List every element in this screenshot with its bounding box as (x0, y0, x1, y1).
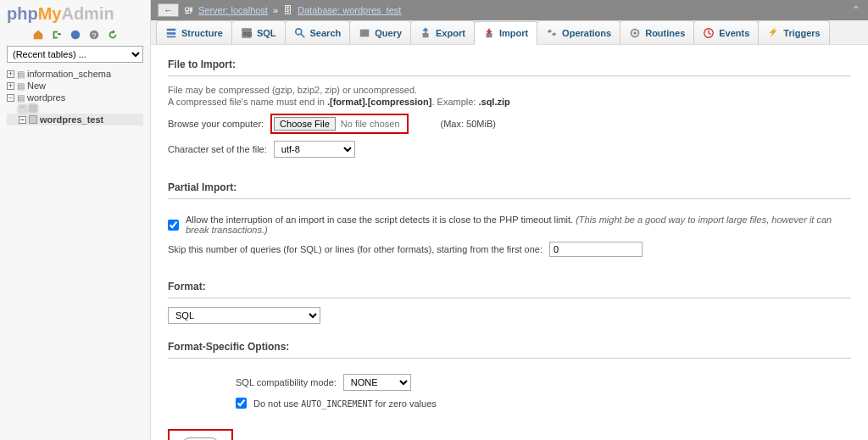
tab-label: Events (719, 28, 749, 38)
sidebar: phpMyAdmin ? (Recent tables) ... +▤infor… (0, 0, 151, 440)
collapse-icon[interactable]: − (19, 116, 26, 124)
logo-part-2: My (38, 4, 62, 23)
globe-icon[interactable] (70, 29, 81, 41)
tree-label: wordpres_test (40, 114, 103, 125)
partial-import-section: Allow the interruption of an import in c… (168, 198, 851, 264)
tree-label: New (27, 81, 46, 91)
tab-operations[interactable]: Operations (537, 20, 620, 44)
svg-point-0 (70, 31, 80, 40)
expand-icon[interactable]: + (7, 82, 14, 90)
svg-text:?: ? (92, 31, 96, 40)
format-specific-section: SQL compatibility mode: NONE Do not use … (168, 358, 851, 415)
tab-import[interactable]: Import (474, 21, 537, 45)
choose-file-button[interactable]: Choose File (274, 117, 336, 131)
table-icon (29, 104, 37, 113)
logo: phpMyAdmin (7, 4, 143, 24)
database-icon: 🗄 (283, 5, 292, 15)
format-select[interactable]: SQL (168, 307, 320, 324)
db-icon: ▤ (17, 93, 25, 103)
charset-select[interactable]: utf-8 (274, 141, 355, 158)
tree-label: wordpres (27, 92, 65, 103)
compat-select[interactable]: NONE (343, 374, 411, 391)
server-icon: 🖳 (184, 5, 193, 15)
tree-item-blurred[interactable]: + (7, 103, 143, 114)
recent-tables-select[interactable]: (Recent tables) ... (7, 46, 143, 63)
svg-point-8 (295, 28, 301, 34)
content: File to Import: File may be compressed (… (151, 45, 868, 440)
breadcrumb-bar: ← 🖳 Server: localhost » 🗄 Database: word… (151, 0, 868, 20)
compress-hint-1: File may be compressed (gzip, bzip2, zip… (168, 85, 851, 95)
format-specific-legend: Format-Specific Options: (168, 337, 851, 353)
file-input-highlight: Choose File No file chosen (270, 114, 408, 134)
logout-icon[interactable] (51, 29, 63, 41)
no-file-text: No file chosen (336, 119, 405, 129)
format-section: SQL (168, 298, 851, 324)
allow-interrupt-label: Allow the interruption of an import in c… (186, 214, 851, 235)
tree-label: information_schema (27, 69, 111, 79)
refresh-icon[interactable] (107, 29, 119, 41)
sidebar-icon-row: ? (7, 29, 143, 41)
svg-line-9 (300, 33, 303, 36)
format-legend: Format: (168, 277, 851, 292)
breadcrumb-server[interactable]: Server: localhost (198, 5, 268, 15)
db-icon: ▤ (17, 70, 25, 79)
tab-query[interactable]: Query (349, 20, 411, 44)
help-icon[interactable]: ? (88, 29, 100, 41)
tab-label: Export (436, 28, 465, 38)
skip-label: Skip this number of queries (for SQL) or… (168, 244, 542, 254)
tab-export[interactable]: Export (410, 20, 475, 44)
file-import-section: File may be compressed (gzip, bzip2, zip… (168, 75, 851, 164)
tree-item-wordpres[interactable]: −▤wordpres (7, 92, 143, 103)
tree-item-new[interactable]: +▤New (7, 80, 143, 92)
max-size: (Max: 50MiB) (441, 119, 496, 129)
tab-label: SQL (257, 28, 276, 38)
go-highlight: Go (168, 429, 233, 440)
logo-part-1: php (7, 4, 38, 23)
charset-label: Character set of the file: (168, 144, 267, 154)
svg-text:SQL: SQL (243, 30, 253, 36)
tab-label: Triggers (783, 28, 820, 38)
tree-item-information-schema[interactable]: +▤information_schema (7, 68, 143, 80)
home-icon[interactable] (32, 29, 44, 41)
browse-label: Browse your computer: (168, 119, 264, 129)
no-auto-increment-checkbox[interactable] (236, 398, 247, 409)
partial-import-legend: Partial Import: (168, 178, 851, 193)
db-icon: ▤ (17, 81, 25, 91)
tree-item-wordpres-test[interactable]: −wordpres_test (7, 114, 143, 125)
allow-interrupt-checkbox[interactable] (168, 220, 179, 231)
tab-structure[interactable]: Structure (156, 20, 232, 44)
tab-label: Structure (181, 28, 223, 38)
tab-label: Routines (645, 28, 685, 38)
table-icon (29, 115, 37, 124)
svg-rect-11 (423, 33, 429, 37)
svg-rect-4 (167, 32, 176, 35)
svg-point-14 (633, 31, 637, 35)
logo-part-3: Admin (61, 4, 114, 23)
svg-rect-5 (167, 36, 176, 37)
main: ← 🖳 Server: localhost » 🗄 Database: word… (151, 0, 868, 440)
no-auto-increment-label: Do not use AUTO_INCREMENT for zero value… (253, 398, 437, 409)
tab-label: Import (499, 28, 528, 38)
tab-label: Operations (562, 28, 611, 38)
compat-label: SQL compatibility mode: (236, 377, 337, 387)
tab-triggers[interactable]: Triggers (758, 20, 829, 44)
expand-icon[interactable]: + (19, 105, 26, 113)
svg-rect-10 (360, 29, 370, 36)
tab-search[interactable]: Search (285, 20, 351, 44)
tab-label: Search (310, 28, 342, 38)
tab-routines[interactable]: Routines (620, 20, 694, 44)
db-tree: +▤information_schema +▤New −▤wordpres + … (7, 68, 143, 125)
breadcrumb-database[interactable]: Database: wordpres_test (298, 5, 401, 15)
file-import-legend: File to Import: (168, 55, 851, 70)
collapse-icon[interactable]: ⌃ (851, 3, 861, 17)
skip-queries-input[interactable] (549, 242, 643, 257)
tab-sql[interactable]: SQLSQL (231, 20, 286, 44)
collapse-icon[interactable]: − (7, 94, 14, 102)
breadcrumb-sep: » (273, 5, 278, 15)
svg-rect-3 (167, 28, 176, 31)
expand-icon[interactable]: + (7, 70, 14, 78)
tab-bar: Structure SQLSQL Search Query Export Imp… (151, 20, 868, 45)
compress-hint-2: A compressed file's name must end in .[f… (168, 97, 851, 107)
back-button[interactable]: ← (158, 3, 179, 17)
tab-events[interactable]: Events (693, 20, 759, 44)
